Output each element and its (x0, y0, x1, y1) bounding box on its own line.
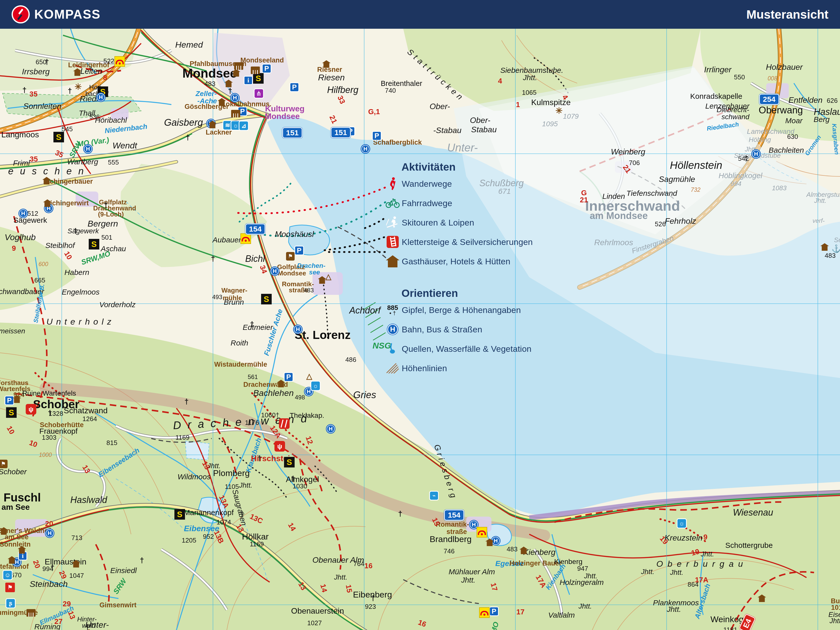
church-cross-icon: † (185, 397, 189, 406)
church-cross-icon: † (51, 563, 55, 572)
map-label: Wildmoos (177, 473, 210, 481)
map-label: Achdorf (349, 306, 381, 315)
page-title: Musteransicht (747, 8, 828, 21)
map-label: 15 (344, 584, 353, 594)
map-label: 1000 (39, 452, 52, 458)
map-label: Wistaudermühle (214, 361, 267, 368)
map-label: Vorderholz (99, 301, 136, 309)
map-label: Entfelden (788, 96, 823, 104)
map-label: 1205 (182, 537, 196, 544)
map-label: Schatzwand (64, 406, 107, 415)
map-label: Valtlalm (548, 611, 575, 619)
legend-orientation-title: Orientieren (401, 287, 577, 299)
map-label: -Ache (197, 98, 217, 105)
map-label: Bachlehen (253, 388, 294, 397)
sailing-icon: ⊿ (238, 121, 249, 131)
compass-icon (12, 5, 30, 24)
map-label: 740 (385, 87, 396, 94)
map-label: 101 (831, 604, 840, 611)
bus-stop-icon: H (271, 267, 279, 275)
church-cross-icon: † (211, 254, 215, 263)
bus-stop-icon: H (46, 529, 54, 537)
bus-stop-icon: H (362, 145, 369, 153)
parking-icon: P (5, 396, 14, 405)
parking-icon: P (262, 64, 272, 73)
legend-item-gipfel: 885 • † Gipfel, Berge & Höhenangaben (385, 303, 577, 316)
map-label: Eibensee (184, 524, 219, 533)
map-label: Unterholz (46, 317, 115, 326)
map-label: Drachen- (297, 262, 325, 269)
peak-elevation-icon: 885 • † (385, 303, 400, 316)
golf-icon: ⚑ (286, 252, 295, 261)
map-label: Siebenbaumstube. (500, 66, 563, 74)
playground-icon: ☺ (3, 570, 13, 580)
map-label: Moar (785, 117, 802, 125)
map-label: Gimsenwirt (99, 602, 136, 609)
map-label: Irrlinger (704, 66, 731, 74)
house-icon (385, 255, 400, 268)
map-label: Bachleiten (769, 147, 804, 154)
map-label: Sonnleitn (0, 541, 31, 548)
map-label: 536 (90, 114, 99, 120)
legend-item-bahn: H Bahn, Bus & Straßen (385, 323, 577, 336)
map-label: 550 (734, 74, 745, 81)
church-cross-icon: † (228, 87, 232, 95)
map-label: (9-Loch) (98, 211, 124, 218)
kompass-map-sample: KOMPASS Musteransicht (0, 0, 840, 630)
s-bahn-icon: S (54, 132, 64, 142)
spring-icon (385, 342, 400, 355)
map-label: 1181 (723, 627, 737, 630)
map-label: Wartberg (67, 158, 98, 166)
map-label: Haslau (814, 107, 840, 117)
map-label: Jhtt. (830, 617, 840, 625)
map-label: Konradskapelle (690, 93, 742, 100)
map-label: 8 (103, 74, 107, 82)
map-label: 746 (444, 548, 455, 555)
s-bahn-icon: S (253, 73, 264, 84)
map-label: Brandlberg (430, 535, 472, 543)
map-label: 713 (71, 534, 82, 541)
map-label: Holzinger Bauer (509, 560, 562, 567)
map-label: Sonnleiten (23, 102, 61, 111)
bus-stop-icon: H (327, 425, 335, 433)
map-label: 20 (45, 520, 53, 528)
map-label: Wagner- (221, 287, 247, 294)
map-label: Aubauer (212, 236, 241, 244)
map-label: Ober- (470, 116, 490, 125)
map-label: Gries (353, 390, 376, 400)
road-shield: 151 (282, 127, 302, 138)
map-label: Mondsee (182, 67, 237, 80)
map-label: Edtmeier (243, 324, 273, 332)
map-label: 483 (204, 81, 215, 87)
map-label: 1030 (293, 483, 307, 489)
parking-icon: P (284, 372, 294, 382)
map-label: schwand (722, 114, 750, 121)
map-legend: Aktivitäten Wanderwege (385, 161, 577, 381)
map-label: 994 (730, 180, 741, 187)
map-label: Weinberg (611, 148, 645, 156)
map-label: Jhtt. (667, 606, 681, 613)
map-label: 008 (768, 76, 777, 81)
map-label: Roith (231, 339, 248, 347)
map-label: Wendt (112, 141, 137, 150)
windmill-icon: ✳ (74, 82, 82, 92)
map-label: am See (5, 534, 29, 541)
map-label: Hemed (175, 40, 203, 49)
s-bahn-icon: S (174, 509, 185, 519)
legend-label: Klettersteige & Seilversicherungen (402, 237, 533, 247)
map-label: 4 (498, 77, 502, 85)
map-label: Sagmühle (659, 175, 695, 183)
map-label: Engelmoos (62, 288, 99, 296)
map-label: euschen (8, 166, 90, 176)
church-cross-icon: † (240, 510, 244, 518)
legend-item-fahrradwege: Fahrradwege (385, 197, 577, 210)
map-label: Jhtt. (239, 482, 253, 489)
map-label: 923 (365, 603, 376, 610)
map-label: 483 (507, 546, 518, 553)
map-label: Oberwang (759, 105, 803, 115)
map-label: Haslwald (70, 496, 107, 505)
kompass-logo: KOMPASS (12, 5, 101, 24)
map-label: St. Lorenz (295, 329, 351, 341)
parking-icon: P (290, 82, 299, 92)
map-label: 498 (295, 395, 305, 400)
